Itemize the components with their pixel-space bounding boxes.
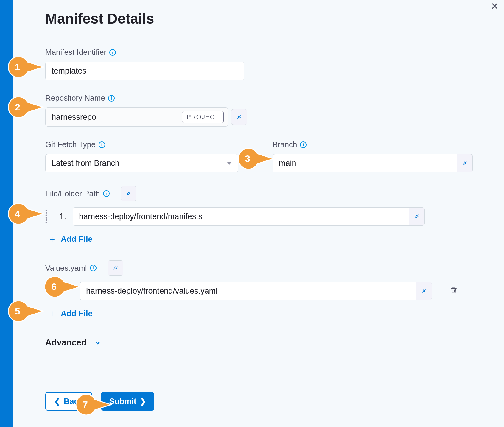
git-fetch-type-value: Latest from Branch [52,159,119,168]
pin-button[interactable] [108,260,123,276]
pin-icon [420,287,428,295]
values-yaml-label: Values.yaml [45,264,87,273]
git-fetch-type-select[interactable]: Latest from Branch [45,154,238,172]
pin-icon [234,112,244,121]
back-button[interactable]: ❮ Back [45,392,92,411]
info-icon[interactable]: i [103,190,110,197]
submit-label: Submit [109,397,137,406]
repository-name-value: harnessrepo [52,113,96,122]
field-values-yaml: Values.yaml i [45,260,504,300]
delete-row-button[interactable] [450,286,458,296]
chevron-down-icon [227,162,232,165]
info-icon[interactable]: i [109,49,116,56]
info-icon[interactable]: i [300,141,307,148]
git-fetch-type-label: Git Fetch Type [45,140,96,149]
values-yaml-input[interactable] [80,282,416,300]
branch-input[interactable] [273,154,457,172]
submit-button[interactable]: Submit ❯ [101,392,155,411]
field-manifest-identifier: Manifest Identifier i [45,48,504,80]
info-icon[interactable]: i [99,141,105,148]
field-repository-name: Repository Name i harnessrepo PROJECT [45,93,504,127]
file-path-row: • •• •• • 1. [45,207,504,226]
trash-icon [450,286,458,295]
pin-icon [111,264,120,272]
pin-icon [461,159,469,167]
repository-name-select[interactable]: harnessrepo PROJECT [45,107,228,127]
field-git-fetch-type: Git Fetch Type i Latest from Branch [45,140,238,172]
values-yaml-row [80,282,504,300]
pin-button[interactable] [121,186,136,201]
scope-badge: PROJECT [182,111,224,123]
pin-icon [124,189,133,198]
field-branch: Branch i [273,140,473,172]
plus-icon: ＋ [48,308,57,320]
advanced-toggle[interactable]: Advanced [45,338,504,347]
chevron-right-icon: ❯ [140,397,146,406]
info-icon[interactable]: i [90,265,97,271]
manifest-identifier-label: Manifest Identifier [45,48,106,57]
file-path-input[interactable] [73,207,409,226]
pin-button[interactable] [231,109,247,125]
row-index: 1. [57,212,66,221]
manifest-identifier-input[interactable] [45,62,244,80]
pin-button[interactable] [416,282,432,300]
pin-button[interactable] [457,154,473,172]
chevron-down-icon [94,339,102,347]
add-file-label: Add File [61,235,93,244]
add-file-button[interactable]: ＋ Add File [48,308,93,320]
file-folder-path-label: File/Folder Path [45,189,100,198]
info-icon[interactable]: i [108,95,115,102]
chevron-left-icon: ❮ [54,397,60,406]
repository-name-label: Repository Name [45,93,105,103]
pin-icon [413,212,421,221]
pin-button[interactable] [409,207,425,226]
left-accent-stripe [0,0,13,427]
add-file-label: Add File [61,309,93,318]
page-title: Manifest Details [45,10,504,27]
branch-label: Branch [273,140,297,149]
back-label: Back [64,397,83,406]
advanced-label: Advanced [45,338,87,347]
plus-icon: ＋ [48,233,57,245]
drag-handle-icon[interactable]: • •• •• • [45,209,51,224]
field-file-folder-path: File/Folder Path i • •• •• • 1. [45,186,504,226]
add-file-button[interactable]: ＋ Add File [48,233,93,245]
